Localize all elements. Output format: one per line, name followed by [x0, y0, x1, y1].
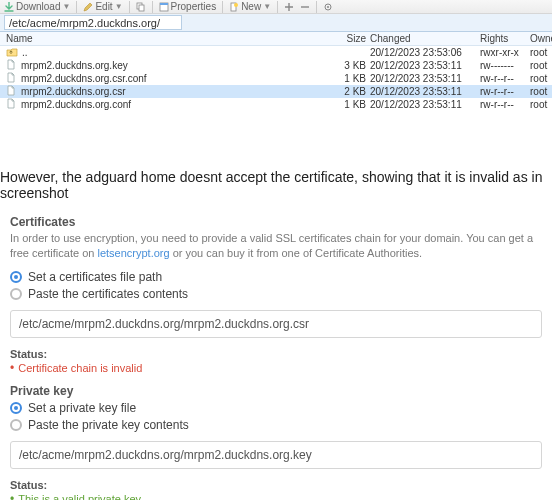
file-name: mrpm2.duckdns.org.csr	[21, 86, 125, 97]
radio-icon	[10, 419, 22, 431]
file-size: 1 KB	[336, 99, 370, 110]
col-name[interactable]: Name	[6, 33, 336, 44]
edit-button[interactable]: Edit ▼	[83, 1, 122, 12]
explanation-text: However, the adguard home doesnt accept …	[0, 121, 552, 209]
encryption-panel: Certificates In order to use encryption,…	[0, 209, 552, 500]
toolbar-separator	[316, 1, 317, 13]
chevron-down-icon: ▼	[115, 2, 123, 11]
file-name: mrpm2.duckdns.org.csr.conf	[21, 73, 147, 84]
path-bar: /etc/acme/mrpm2.duckdns.org/	[0, 14, 552, 32]
radio-label: Set a certificates file path	[28, 270, 162, 284]
cert-radio-path[interactable]: Set a certificates file path	[10, 270, 542, 284]
file-size: 2 KB	[336, 86, 370, 97]
file-size: 1 KB	[336, 73, 370, 84]
file-rights: rw-r--r--	[480, 99, 530, 110]
file-rights: rw-r--r--	[480, 86, 530, 97]
col-rights[interactable]: Rights	[480, 33, 530, 44]
download-icon	[4, 2, 14, 12]
bullet-icon: •	[10, 362, 14, 374]
gear-icon	[323, 2, 333, 12]
file-rights: rw-r--r--	[480, 73, 530, 84]
file-row[interactable]: mrpm2.duckdns.org.csr.conf1 KB20/12/2023…	[0, 72, 552, 85]
toolbar-separator	[129, 1, 130, 13]
properties-button[interactable]: Properties	[159, 1, 217, 12]
file-rights: rwxr-xr-x	[480, 47, 530, 58]
new-button[interactable]: New ▼	[229, 1, 271, 12]
radio-label: Paste the certificates contents	[28, 287, 188, 301]
file-row[interactable]: mrpm2.duckdns.org.csr2 KB20/12/2023 23:5…	[0, 85, 552, 98]
file-owner: root	[530, 60, 552, 71]
toolbar-separator	[152, 1, 153, 13]
file-changed: 20/12/2023 23:53:06	[370, 47, 480, 58]
key-radio-file[interactable]: Set a private key file	[10, 401, 542, 415]
radio-label: Paste the private key contents	[28, 418, 189, 432]
certificates-heading: Certificates	[10, 215, 542, 229]
file-manager-toolbar: Download ▼ Edit ▼ Properties New ▼	[0, 0, 552, 14]
download-label: Download	[16, 1, 60, 12]
file-list: Name Size Changed Rights Owner ..20/12/2…	[0, 32, 552, 121]
radio-icon	[10, 288, 22, 300]
file-name: mrpm2.duckdns.org.conf	[21, 99, 131, 110]
svg-rect-1	[139, 5, 144, 11]
key-status-label: Status:	[10, 479, 542, 491]
chevron-down-icon: ▼	[62, 2, 70, 11]
file-owner: root	[530, 86, 552, 97]
tool-extra-button[interactable]	[323, 2, 333, 12]
file-owner: root	[530, 73, 552, 84]
folder-up-icon	[6, 47, 18, 59]
cert-path-input[interactable]	[10, 310, 542, 338]
duplicate-button[interactable]	[136, 2, 146, 12]
parent-dir-row[interactable]: ..20/12/2023 23:53:06rwxr-xr-xroot	[0, 46, 552, 59]
tool-plus-button[interactable]	[284, 2, 294, 12]
file-changed: 20/12/2023 23:53:11	[370, 86, 480, 97]
col-owner[interactable]: Owner	[530, 33, 552, 44]
certificates-description: In order to use encryption, you need to …	[10, 231, 542, 262]
file-row[interactable]: mrpm2.duckdns.org.conf1 KB20/12/2023 23:…	[0, 98, 552, 111]
file-changed: 20/12/2023 23:53:11	[370, 73, 480, 84]
path-input[interactable]: /etc/acme/mrpm2.duckdns.org/	[4, 15, 182, 30]
file-owner: root	[530, 47, 552, 58]
radio-icon	[10, 402, 22, 414]
new-label: New	[241, 1, 261, 12]
letsencrypt-link[interactable]: letsencrypt.org	[97, 247, 169, 259]
svg-point-7	[327, 6, 329, 8]
duplicate-icon	[136, 2, 146, 12]
col-changed[interactable]: Changed	[370, 33, 480, 44]
file-rights: rw-------	[480, 60, 530, 71]
file-size: 3 KB	[336, 60, 370, 71]
toolbar-separator	[76, 1, 77, 13]
cert-status-message: • Certificate chain is invalid	[10, 362, 542, 374]
svg-point-5	[234, 3, 238, 7]
download-button[interactable]: Download ▼	[4, 1, 70, 12]
radio-icon	[10, 271, 22, 283]
chevron-down-icon: ▼	[263, 2, 271, 11]
pencil-icon	[83, 2, 93, 12]
radio-label: Set a private key file	[28, 401, 136, 415]
file-icon	[6, 98, 17, 111]
file-icon	[6, 59, 17, 72]
svg-rect-3	[160, 3, 168, 5]
bullet-icon: •	[10, 493, 14, 500]
cert-radio-paste[interactable]: Paste the certificates contents	[10, 287, 542, 301]
tool-minus-button[interactable]	[300, 2, 310, 12]
file-icon	[6, 85, 17, 98]
file-row[interactable]: mrpm2.duckdns.org.key3 KB20/12/2023 23:5…	[0, 59, 552, 72]
new-icon	[229, 2, 239, 12]
toolbar-separator	[222, 1, 223, 13]
edit-label: Edit	[95, 1, 112, 12]
minus-icon	[300, 2, 310, 12]
file-owner: root	[530, 99, 552, 110]
properties-icon	[159, 2, 169, 12]
properties-label: Properties	[171, 1, 217, 12]
file-changed: 20/12/2023 23:53:11	[370, 60, 480, 71]
key-radio-paste[interactable]: Paste the private key contents	[10, 418, 542, 432]
file-name: mrpm2.duckdns.org.key	[21, 60, 128, 71]
plus-icon	[284, 2, 294, 12]
toolbar-separator	[277, 1, 278, 13]
file-list-header: Name Size Changed Rights Owner	[0, 32, 552, 46]
col-size[interactable]: Size	[336, 33, 370, 44]
file-name: ..	[22, 47, 28, 58]
file-icon	[6, 72, 17, 85]
key-status-message: • This is a valid private key	[10, 493, 542, 500]
key-path-input[interactable]	[10, 441, 542, 469]
